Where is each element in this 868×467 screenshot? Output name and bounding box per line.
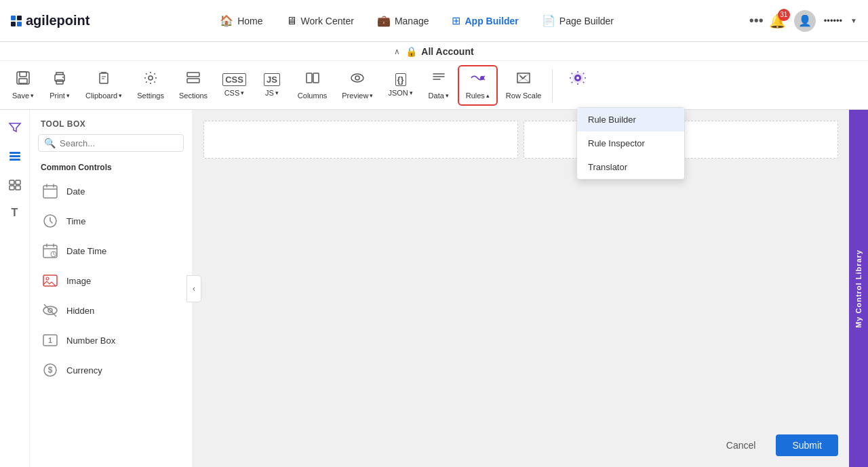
nav-work-center-label: Work Center xyxy=(301,16,354,26)
toolbox-item-image[interactable]: Image xyxy=(30,266,192,296)
columns-icon xyxy=(305,70,320,89)
toolbox-item-image-label: Image xyxy=(66,276,91,286)
svg-point-5 xyxy=(62,77,64,78)
settings-label: Settings xyxy=(137,92,164,100)
settings-button[interactable]: Settings xyxy=(130,65,171,106)
print-label-row: Print ▾ xyxy=(50,92,70,100)
user-dropdown-chevron[interactable]: ▼ xyxy=(850,17,857,24)
nav-home[interactable]: 🏠 Home xyxy=(210,10,272,31)
row-scale-button[interactable]: Row Scale xyxy=(499,65,549,106)
toolbox-search-container: 🔍 xyxy=(38,134,184,152)
toolbox-item-numberbox[interactable]: 1 Number Box xyxy=(30,325,192,355)
nav-manage[interactable]: 💼 Manage xyxy=(368,10,439,31)
preview-button[interactable]: Preview ▾ xyxy=(335,65,380,106)
toolbox-item-date[interactable]: Date xyxy=(30,176,192,206)
toolbox-item-date-label: Date xyxy=(66,186,85,197)
toolbox-item-datetime[interactable]: Date Time xyxy=(30,236,192,266)
toolbar-divider xyxy=(552,69,553,102)
rules-dropdown: Rule Builder Rule Inspector Translator xyxy=(576,107,685,180)
right-sidebar[interactable]: My Control Library xyxy=(849,110,868,467)
user-avatar[interactable]: 👤 xyxy=(794,10,816,32)
canvas-cell-1[interactable] xyxy=(203,121,518,159)
lock-icon: 🔒 xyxy=(406,46,417,57)
dropdown-rule-builder[interactable]: Rule Builder xyxy=(577,108,684,131)
dropdown-rule-inspector[interactable]: Rule Inspector xyxy=(577,131,684,155)
save-icon xyxy=(16,70,31,89)
js-label: JS xyxy=(265,89,274,97)
print-button[interactable]: Print ▾ xyxy=(42,65,77,106)
design-label-row: Design ▾ xyxy=(564,92,591,100)
design-icon xyxy=(569,70,587,89)
nav-app-builder[interactable]: ⊞ App Builder xyxy=(442,10,528,31)
svg-rect-21 xyxy=(9,180,14,184)
canvas-footer: Cancel Submit xyxy=(713,434,838,456)
sub-bar: ∧ 🔒 All Account xyxy=(0,42,868,61)
clipboard-icon xyxy=(96,70,111,89)
columns-label: Columns xyxy=(298,92,327,100)
collapse-chevron-icon: ‹ xyxy=(193,284,195,293)
toolbox-section-title: Common Controls xyxy=(30,159,192,176)
rules-button[interactable]: Rules ▴ xyxy=(458,65,498,106)
collapse-panel-button[interactable]: ‹ xyxy=(186,275,201,302)
svg-rect-1 xyxy=(20,72,26,77)
currency-icon: $ xyxy=(41,361,60,380)
nav-items: 🏠 Home 🖥 Work Center 💼 Manage ⊞ App Buil… xyxy=(90,10,743,31)
svg-point-13 xyxy=(355,76,359,80)
svg-rect-20 xyxy=(9,159,20,161)
json-caret: ▾ xyxy=(410,89,413,96)
toolbox-item-currency[interactable]: $ Currency xyxy=(30,355,192,385)
clipboard-label-row: Clipboard ▾ xyxy=(85,92,122,100)
sidebar-filter-icon[interactable] xyxy=(3,115,27,140)
grid-icon: ⊞ xyxy=(452,14,460,27)
json-label-row: JSON ▾ xyxy=(388,89,412,97)
svg-rect-2 xyxy=(19,79,27,83)
sidebar-text-icon[interactable]: T xyxy=(3,201,27,225)
submit-button[interactable]: Submit xyxy=(776,434,838,456)
json-button[interactable]: {} JSON ▾ xyxy=(381,65,419,106)
main-layout: T TOOL BOX 🔍 Common Controls Date xyxy=(0,110,868,467)
logo-dot-3 xyxy=(11,22,16,26)
logo-grid xyxy=(11,16,22,26)
design-button[interactable]: Design ▾ xyxy=(557,65,598,106)
data-button[interactable]: Data ▾ xyxy=(421,65,456,106)
dropdown-translator[interactable]: Translator xyxy=(577,155,684,179)
logo-dot-1 xyxy=(11,16,16,20)
svg-rect-4 xyxy=(56,80,63,84)
svg-text:1: 1 xyxy=(48,336,52,344)
sub-bar-collapse[interactable]: ∧ xyxy=(394,47,400,56)
toolbox-item-hidden[interactable]: Hidden xyxy=(30,296,192,325)
search-input[interactable] xyxy=(60,138,178,148)
numberbox-icon: 1 xyxy=(41,331,60,350)
sections-button[interactable]: Sections xyxy=(172,65,214,106)
svg-rect-24 xyxy=(16,186,20,190)
toolbox-item-time[interactable]: Time xyxy=(30,206,192,236)
nav-work-center[interactable]: 🖥 Work Center xyxy=(277,11,363,31)
canvas-area: Cancel Submit xyxy=(193,110,849,467)
sidebar-gallery-icon[interactable] xyxy=(3,172,27,197)
left-sidebar-icons: T xyxy=(0,110,30,467)
js-button[interactable]: JS JS ▾ xyxy=(254,65,290,106)
save-button[interactable]: Save ▾ xyxy=(5,65,41,106)
sidebar-list-icon[interactable] xyxy=(3,144,27,168)
design-label: Design xyxy=(564,92,587,100)
preview-caret: ▾ xyxy=(370,92,373,99)
nav-right: 🔔 31 👤 •••••• ▼ xyxy=(769,10,857,32)
data-caret: ▾ xyxy=(446,92,449,99)
json-label: JSON xyxy=(388,89,408,97)
preview-label: Preview xyxy=(342,92,368,100)
css-button[interactable]: CSS CSS ▾ xyxy=(216,65,253,106)
nav-more-button[interactable]: ••• xyxy=(744,13,769,28)
clipboard-button[interactable]: Clipboard ▾ xyxy=(79,65,129,106)
nav-app-builder-label: App Builder xyxy=(465,16,518,26)
monitor-icon: 🖥 xyxy=(286,15,297,27)
print-caret: ▾ xyxy=(66,92,70,99)
toolbox-panel: TOOL BOX 🔍 Common Controls Date xyxy=(30,110,193,467)
logo-text: agilepoint xyxy=(26,13,90,28)
js-icon: JS xyxy=(264,73,280,86)
nav-page-builder[interactable]: 📄 Page Builder xyxy=(532,10,623,31)
columns-button[interactable]: Columns xyxy=(291,65,334,106)
row-scale-icon xyxy=(516,70,531,89)
cancel-button[interactable]: Cancel xyxy=(713,434,770,456)
logo[interactable]: agilepoint xyxy=(11,13,90,28)
notification-bell[interactable]: 🔔 31 xyxy=(769,13,786,29)
